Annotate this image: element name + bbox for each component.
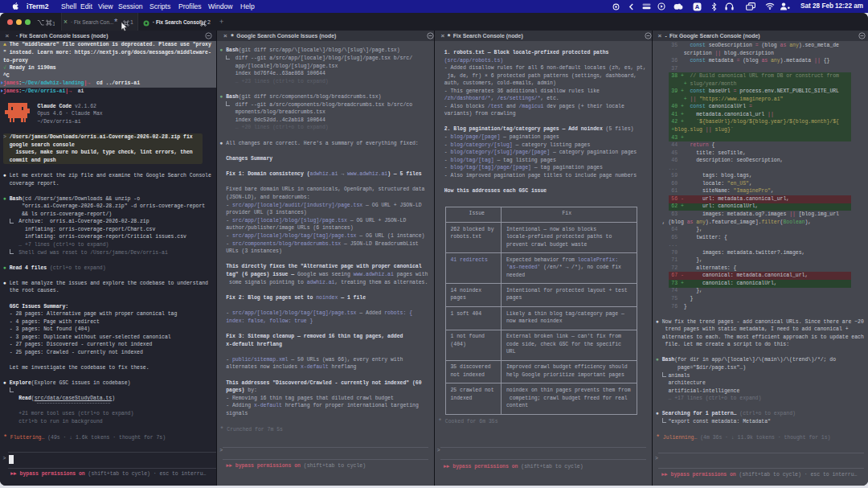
svg-text:1: 1: [52, 19, 55, 26]
svg-text:A: A: [695, 3, 700, 10]
